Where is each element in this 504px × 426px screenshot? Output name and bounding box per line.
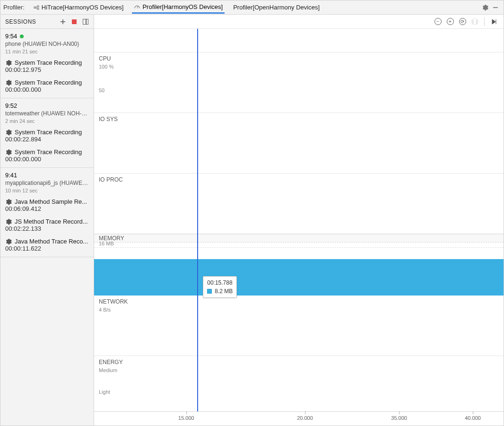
profiler-label: Profiler: — [3, 4, 25, 11]
recording-time: 00:02:22.133 — [5, 225, 89, 232]
track-cpu[interactable]: CPU 100 % 50 — [94, 52, 504, 113]
profiler-icon — [134, 3, 140, 10]
tab-profiler-openharmony[interactable]: Profiler[OpenHarmony Devices] — [231, 2, 322, 13]
track-label: NETWORK — [99, 298, 128, 305]
pause-circle-icon: ❚❚ — [471, 18, 478, 25]
recording-name: Java Method Trace Reco... — [15, 238, 88, 245]
recording-item[interactable]: JS Method Trace Record...00:02:22.133 — [5, 215, 89, 235]
sessions-list: 9:54 phone (HUAWEI NOH-AN00) 11 min 21 s… — [0, 29, 94, 257]
session-item[interactable]: 9:54 phone (HUAWEI NOH-AN00) 11 min 21 s… — [0, 29, 94, 98]
recording-time: 00:00:00.000 — [5, 156, 89, 163]
axis-label: Medium — [99, 367, 117, 373]
gear-icon — [5, 149, 12, 156]
session-item[interactable]: 9:41 myapplicationapi6_js (HUAWEI ... 10… — [0, 168, 94, 257]
recording-name: System Trace Recording — [15, 148, 82, 156]
tab-hitrace[interactable]: HiTrace[HarmonyOS Devices] — [31, 2, 126, 13]
recording-time: 00:00:12.975 — [5, 66, 89, 73]
plus-circle-icon: + — [447, 18, 454, 25]
recording-item[interactable]: System Trace Recording00:00:00.000 — [5, 146, 89, 165]
sessions-title: SESSIONS — [5, 18, 36, 25]
recording-item[interactable]: System Trace Recording00:00:00.000 — [5, 76, 89, 96]
tooltip-value: 8.2 MB — [215, 288, 233, 295]
minimize-button[interactable] — [490, 2, 501, 13]
gear-icon — [5, 218, 12, 225]
session-duration: 2 min 24 sec — [5, 118, 89, 124]
overview-strip[interactable] — [94, 29, 504, 52]
recording-name: System Trace Recording — [15, 59, 82, 66]
plus-icon — [60, 19, 66, 25]
gear-icon — [5, 199, 12, 205]
axis-label: 50 — [99, 87, 104, 93]
timeline-area[interactable]: CPU 100 % 50 IO SYS IO PROC MEMORY 16 MB… — [94, 29, 504, 426]
session-duration: 10 min 12 sec — [5, 188, 89, 193]
axis-label: Light — [99, 389, 110, 395]
recording-name: JS Method Trace Record... — [15, 218, 88, 225]
panel-layout-button[interactable] — [81, 17, 90, 26]
tab-profiler-harmony[interactable]: Profiler[HarmonyOS Devices] — [132, 1, 225, 14]
recording-item[interactable]: System Trace Recording00:00:12.975 — [5, 56, 89, 76]
gear-icon — [5, 79, 12, 86]
session-item[interactable]: 9:52 totemweather (HUAWEI NOH-A... 2 min… — [0, 98, 94, 168]
track-label: IO PROC — [99, 176, 123, 183]
track-energy[interactable]: ENERGY Medium Light — [94, 356, 504, 417]
swatch-icon — [207, 289, 212, 294]
time-tick: 20.000 — [297, 412, 313, 421]
gear-icon — [5, 238, 12, 245]
track-io-proc[interactable]: IO PROC — [94, 174, 504, 234]
mem-header: MEMORY — [94, 234, 504, 243]
recording-item[interactable]: Java Method Trace Reco...00:00:11.622 — [5, 235, 89, 255]
track-memory[interactable]: MEMORY 16 MB 8 — [94, 234, 504, 296]
track-label: CPU — [99, 55, 111, 62]
stop-icon — [72, 19, 77, 24]
recording-time: 00:00:22.894 — [5, 136, 89, 143]
zoom-reset-button[interactable]: ⟳ — [458, 17, 467, 26]
add-session-button[interactable] — [59, 17, 67, 26]
panel-icon — [83, 19, 88, 25]
title-bar: Profiler: HiTrace[HarmonyOS Devices] Pro… — [0, 0, 504, 15]
gear-icon — [5, 60, 12, 66]
hitrace-icon — [33, 4, 40, 11]
recording-item[interactable]: System Trace Recording00:00:22.894 — [5, 126, 89, 146]
jump-end-button[interactable] — [489, 17, 499, 26]
track-label: IO SYS — [99, 116, 118, 122]
minimize-icon — [492, 4, 499, 11]
session-time: 9:41 — [5, 172, 89, 179]
zoom-in-button[interactable]: + — [445, 17, 455, 26]
track-network[interactable]: NETWORK 4 B/s — [94, 296, 504, 356]
time-tick: 15.000 — [178, 412, 194, 421]
stop-button[interactable] — [70, 17, 78, 26]
recording-name: System Trace Recording — [15, 129, 82, 136]
minus-circle-icon: − — [434, 18, 442, 25]
tracks-container: CPU 100 % 50 IO SYS IO PROC MEMORY 16 MB… — [94, 52, 504, 411]
axis-label: 4 B/s — [99, 307, 111, 313]
axis-label: 100 % — [99, 64, 113, 70]
track-io-sys[interactable]: IO SYS — [94, 113, 504, 174]
session-time: 9:54 — [5, 33, 89, 40]
sessions-panel: SESSIONS 9:54 phone (HUAWEI NOH-AN00) 11… — [0, 15, 94, 426]
recording-name: Java Method Sample Re... — [15, 198, 87, 205]
session-device: myapplicationapi6_js (HUAWEI ... — [5, 180, 89, 186]
live-dot-icon — [20, 35, 24, 38]
zoom-out-button[interactable]: − — [433, 17, 443, 26]
recording-name: System Trace Recording — [15, 79, 82, 86]
hover-tooltip: 00:15.788 8.2 MB — [203, 276, 237, 298]
recording-time: 00:00:00.000 — [5, 86, 89, 93]
sessions-header: SESSIONS — [0, 15, 94, 29]
timeline-toolbar: − + ⟳ ❚❚ — [94, 15, 504, 29]
settings-button[interactable] — [480, 2, 490, 13]
time-axis: 15.00020.00035.00040.000 — [94, 411, 504, 426]
recording-item[interactable]: Java Method Sample Re...00:06:09.412 — [5, 195, 89, 215]
profiling-area: − + ⟳ ❚❚ CPU 100 % 50 IO SYS IO PROC — [94, 15, 504, 426]
session-device: totemweather (HUAWEI NOH-A... — [5, 110, 89, 117]
gridline — [94, 247, 504, 248]
session-device: phone (HUAWEI NOH-AN00) — [5, 41, 89, 47]
skip-end-icon — [491, 18, 497, 25]
svg-point-0 — [34, 7, 36, 9]
svg-point-2 — [37, 8, 39, 9]
time-tick: 35.000 — [391, 412, 407, 421]
time-tick: 40.000 — [465, 412, 481, 421]
reset-circle-icon: ⟳ — [459, 18, 466, 25]
gear-icon — [482, 4, 488, 11]
playhead[interactable] — [197, 29, 198, 411]
tooltip-time: 00:15.788 — [207, 279, 233, 286]
